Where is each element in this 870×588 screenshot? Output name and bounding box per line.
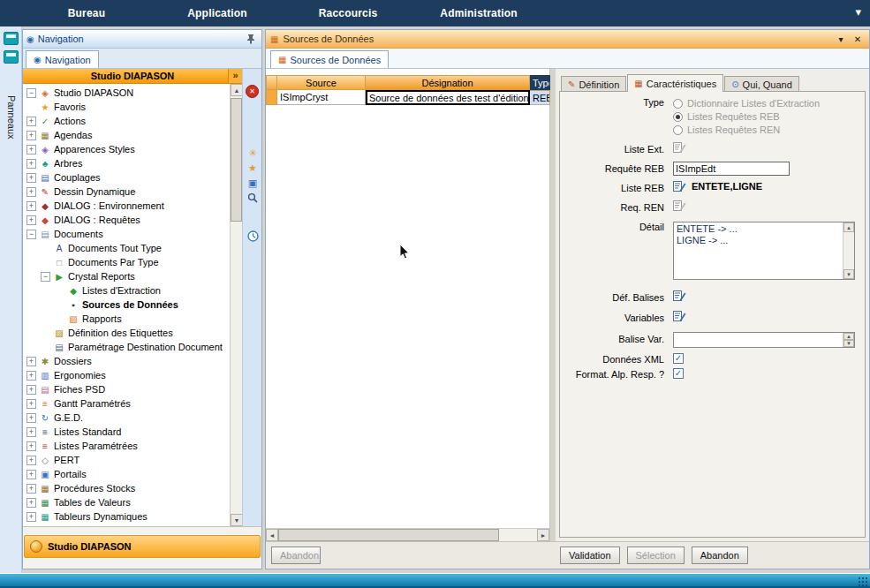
column-header-designation[interactable]: Désignation: [366, 75, 530, 90]
collapse-icon[interactable]: −: [41, 272, 50, 282]
expand-icon[interactable]: +: [26, 399, 36, 409]
favorite-star-icon[interactable]: ★: [246, 162, 260, 175]
studio-footer-bar[interactable]: Studio DIAPASON: [24, 535, 261, 558]
expand-icon[interactable]: +: [26, 484, 36, 494]
tree-item-dialog-environnement[interactable]: +◆DIALOG : Environnement: [23, 199, 230, 213]
scroll-right-icon[interactable]: ►: [537, 529, 549, 541]
expand-icon[interactable]: +: [26, 498, 36, 508]
tree-item-sources-de-donnees[interactable]: ▪Sources de Données: [23, 298, 230, 312]
tab-navigation[interactable]: ◉ Navigation: [26, 50, 99, 68]
balise-var-down-icon[interactable]: ▼: [844, 340, 854, 347]
tree-item-couplages[interactable]: +▤Couplages: [23, 170, 230, 185]
tree-item-documents[interactable]: −▤Documents: [23, 227, 230, 241]
detail-listbox[interactable]: ENTETE -> ...LIGNE -> ... ▲ ▼: [673, 222, 855, 280]
tree-item-ergonomies[interactable]: +▥Ergonomies: [23, 368, 230, 382]
tree-item-procedures-stocks[interactable]: +▦Procédures Stocks: [23, 481, 230, 495]
type-option-listes-requetes-reb[interactable]: Listes Requêtes REB: [673, 110, 780, 123]
sparkle-icon[interactable]: ✳: [246, 147, 260, 160]
tree-item-tableurs-dynamiques[interactable]: +▦Tableurs Dynamiques: [23, 509, 230, 524]
detail-scrollbar[interactable]: ▲ ▼: [843, 222, 854, 279]
expand-icon[interactable]: +: [26, 357, 36, 366]
tab-sources-de-donnees[interactable]: ▦ Sources de Données: [270, 50, 389, 68]
scroll-down-icon[interactable]: ▼: [231, 514, 243, 526]
format-alp-checkbox[interactable]: ✓: [673, 368, 684, 379]
tree-item-listes-parametrees[interactable]: +≡Listes Paramétrées: [23, 439, 230, 453]
expand-icon[interactable]: +: [26, 441, 36, 451]
tree-item-fiches-psd[interactable]: +▤Fiches PSD: [23, 382, 230, 396]
resize-grip[interactable]: [858, 577, 867, 586]
menubar-chevron-icon[interactable]: ▾: [855, 5, 861, 19]
hscroll-track[interactable]: [499, 529, 537, 541]
expand-icon[interactable]: +: [26, 145, 36, 155]
balise-var-combo[interactable]: ▲ ▼: [673, 332, 855, 348]
balise-var-spinner[interactable]: ▲ ▼: [843, 333, 854, 347]
liste-reb-edit-icon[interactable]: [673, 181, 687, 193]
tree-item-listes-standard[interactable]: +≡Listes Standard: [23, 425, 230, 439]
scroll-up-icon[interactable]: ▲: [231, 84, 243, 96]
collapse-icon[interactable]: −: [26, 88, 36, 98]
tree-item-studio-diapason[interactable]: −◈Studio DIAPASON: [23, 86, 230, 100]
tree-item-crystal-reports[interactable]: −▶Crystal Reports: [23, 269, 230, 283]
history-clock-icon[interactable]: [246, 230, 260, 244]
magnifier-icon[interactable]: [246, 192, 260, 206]
panneaux-vertical-tab[interactable]: Panneaux: [6, 95, 17, 139]
row-marker[interactable]: [266, 90, 277, 105]
type-option-dictionnaire-listes-d-extraction[interactable]: Dictionnaire Listes d'Extraction: [673, 97, 820, 109]
tab-definition[interactable]: ✎Définition: [561, 76, 626, 92]
pin-icon[interactable]: [244, 32, 258, 46]
requete-reb-input[interactable]: [673, 162, 790, 176]
tab-caracteristiques[interactable]: ▦Caractéristiques: [627, 74, 723, 92]
tab-qui-quand[interactable]: ⊙Qui, Quand: [724, 76, 799, 92]
expand-icon[interactable]: +: [26, 159, 36, 169]
cell-type[interactable]: REB: [530, 90, 550, 105]
collapse-icon[interactable]: −: [26, 230, 36, 239]
tree-item-portails[interactable]: +▣Portails: [23, 467, 230, 481]
hscroll-thumb[interactable]: [278, 529, 499, 541]
grid-row[interactable]: ISImpCrystSource de données des test d'é…: [266, 90, 550, 105]
tree-item-apparences-styles[interactable]: +◈Apparences Styles: [23, 142, 230, 156]
column-header-source[interactable]: Source: [277, 75, 366, 90]
detail-scroll-down-icon[interactable]: ▼: [844, 269, 854, 279]
tree-scrollbar[interactable]: ▲ ▼: [230, 84, 242, 526]
grid-hscrollbar[interactable]: ◄ ►: [266, 528, 549, 541]
expand-icon[interactable]: +: [26, 131, 36, 140]
abandon-button[interactable]: Abandon: [692, 547, 748, 564]
tree-item-dialog-requetes[interactable]: +◆DIALOG : Requêtes: [23, 213, 230, 227]
delete-icon[interactable]: ✕: [246, 85, 259, 98]
menu-raccourcis[interactable]: Raccourcis: [283, 7, 413, 19]
tree-item-documents-tout-type[interactable]: ADocuments Tout Type: [23, 241, 230, 255]
expand-icon[interactable]: +: [26, 201, 36, 211]
type-option-listes-requetes-ren[interactable]: Listes Requêtes REN: [673, 124, 780, 136]
expand-icon[interactable]: +: [26, 470, 36, 479]
tree-item-agendas[interactable]: +▦Agendas: [23, 128, 230, 142]
expand-icon[interactable]: +: [26, 427, 36, 437]
menu-administration[interactable]: Administration: [413, 7, 544, 19]
expand-icon[interactable]: +: [26, 187, 36, 197]
tree-item-dossiers[interactable]: +✱Dossiers: [23, 354, 230, 368]
expand-icon[interactable]: +: [26, 413, 36, 423]
window-menu-chevron-icon[interactable]: ▾: [834, 33, 848, 46]
tree-item-pert[interactable]: +◇PERT: [23, 453, 230, 467]
tree-item-actions[interactable]: +✓Actions: [23, 114, 230, 128]
cell-designation[interactable]: Source de données des test d'édition: [366, 90, 530, 105]
def-balises-edit-icon[interactable]: [673, 290, 687, 303]
expand-icon[interactable]: +: [26, 512, 36, 522]
tree-item-dessin-dynamique[interactable]: +✎Dessin Dynamique: [23, 185, 230, 199]
collapse-panel-button[interactable]: »: [228, 69, 242, 83]
column-header-type[interactable]: Type: [530, 75, 550, 90]
tree-item-g-e-d[interactable]: +↻G.E.D.: [23, 411, 230, 425]
expand-icon[interactable]: +: [26, 385, 36, 395]
tree-item-favoris[interactable]: ★Favoris: [23, 100, 230, 114]
donnees-xml-checkbox[interactable]: ✓: [673, 353, 684, 364]
expand-icon[interactable]: +: [26, 117, 36, 126]
cell-source[interactable]: ISImpCryst: [277, 90, 366, 105]
scroll-left-icon[interactable]: ◄: [266, 529, 278, 541]
window-close-icon[interactable]: ✕: [851, 33, 865, 46]
panel-window-icon-2[interactable]: [4, 50, 19, 64]
menu-application[interactable]: Application: [152, 7, 283, 19]
expand-icon[interactable]: +: [26, 173, 36, 183]
menu-bureau[interactable]: Bureau: [21, 7, 152, 19]
tree-scrollbar-thumb[interactable]: [231, 98, 242, 222]
validation-button[interactable]: Validation: [560, 547, 620, 564]
tree-item-listes-d-extraction[interactable]: ◆Listes d'Extraction: [23, 283, 230, 298]
